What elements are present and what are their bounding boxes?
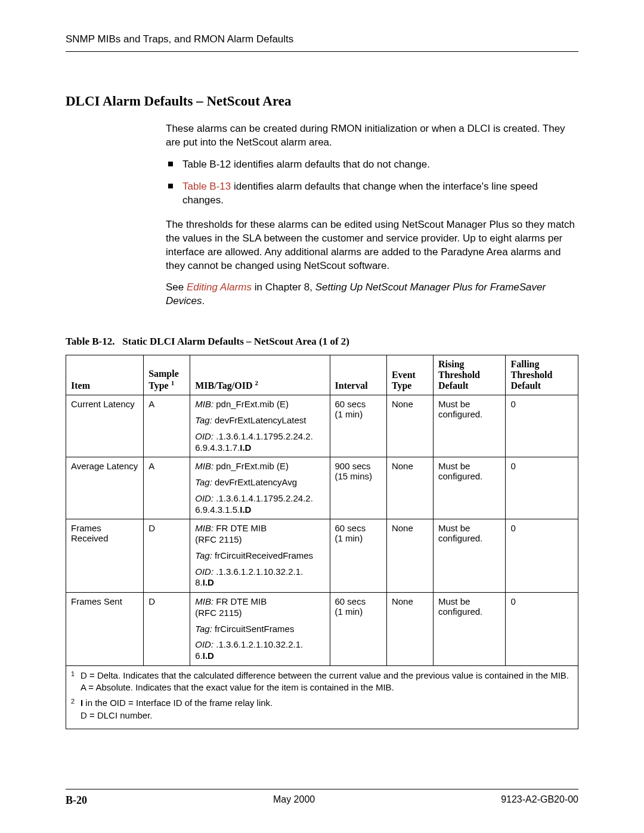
cell-sample: D [144,519,190,593]
cell-falling: 0 [506,457,578,519]
cell-mib: MIB: pdn_FrExt.mib (E)Tag: devFrExtLaten… [190,395,330,457]
th-falling-l3: Default [510,380,541,391]
th-falling-l1: Falling [510,359,539,369]
cell-rising: Must beconfigured. [434,593,506,666]
p3-pre: See [166,281,187,293]
footer-doc-id: 9123-A2-GB20-00 [501,794,578,807]
fn1-num: 1 [71,670,75,679]
intro-p3: See Editing Alarms in Chapter 8, Setting… [166,281,578,308]
cell-mib: MIB: FR DTE MIB(RFC 2115)Tag: frCircuitR… [190,519,330,593]
cell-event: None [386,593,433,666]
footnote-2: 2 I in the OID = Interface ID of the fra… [71,697,573,721]
table-row: Average LatencyAMIB: pdn_FrExt.mib (E)Ta… [66,457,578,519]
cell-rising: Must beconfigured. [434,457,506,519]
th-rising-l1: Rising [438,359,465,369]
cell-interval: 60 secs(1 min) [330,593,386,666]
fn2-l2: D = DLCI number. [80,710,152,720]
th-sample-l1: Sample [148,368,179,379]
footnote-row: 1 D = Delta. Indicates that the calculat… [66,665,578,729]
bullet-2: Table B-13 identifies alarm defaults tha… [166,180,578,208]
caption-prefix: Table B-12. [66,336,115,347]
page-footer: B-20 May 2000 9123-A2-GB20-00 [66,789,578,807]
table-caption: Table B-12. Static DLCI Alarm Defaults –… [66,336,578,348]
bullet-1: Table B-12 identifies alarm defaults tha… [166,158,578,172]
alarm-table: Item Sample Type 1 MIB/Tag/OID 2 Interva… [66,355,578,729]
running-header: SNMP MIBs and Traps, and RMON Alarm Defa… [66,33,578,52]
th-event-l2: Type [392,380,411,391]
table-row: Current LatencyAMIB: pdn_FrExt.mib (E)Ta… [66,395,578,457]
th-sample-sup: 1 [171,379,175,386]
cell-rising: Must beconfigured. [434,395,506,457]
p3-mid: in Chapter 8, [252,281,315,293]
th-mib: MIB/Tag/OID 2 [190,355,330,395]
caption-title: Static DLCI Alarm Defaults – NetScout Ar… [122,336,349,347]
table-b13-link[interactable]: Table B-13 [182,181,231,192]
page: SNMP MIBs and Traps, and RMON Alarm Defa… [0,0,644,833]
table-row: Frames ReceivedDMIB: FR DTE MIB(RFC 2115… [66,519,578,593]
cell-event: None [386,395,433,457]
section-title: DLCI Alarm Defaults – NetScout Area [66,94,578,109]
bullet-2-rest: identifies alarm defaults that change wh… [182,181,538,206]
th-rising: Rising Threshold Default [434,355,506,395]
page-number: B-20 [66,794,87,807]
cell-sample: A [144,457,190,519]
cell-rising: Must beconfigured. [434,519,506,593]
th-mib-pre: MIB/Tag/OID [195,380,255,391]
cell-interval: 60 secs(1 min) [330,395,386,457]
th-falling-l2: Threshold [510,370,552,380]
bullet-list: Table B-12 identifies alarm defaults tha… [166,158,578,208]
table-header-row: Item Sample Type 1 MIB/Tag/OID 2 Interva… [66,355,578,395]
fn1-l1: D = Delta. Indicates that the calculated… [80,670,569,680]
cell-sample: A [144,395,190,457]
cell-item: Frames Sent [66,593,144,666]
th-mib-sup: 2 [255,379,259,386]
fn2-l1: in the OID = Interface ID of the frame r… [83,698,273,708]
fn1-l2: A = Absolute. Indicates that the exact v… [80,682,394,692]
th-rising-l3: Default [438,380,469,391]
cell-item: Current Latency [66,395,144,457]
cell-item: Average Latency [66,457,144,519]
fn2-num: 2 [71,697,75,706]
footnote-1: 1 D = Delta. Indicates that the calculat… [71,670,573,694]
cell-mib: MIB: pdn_FrExt.mib (E)Tag: devFrExtLaten… [190,457,330,519]
th-falling: Falling Threshold Default [506,355,578,395]
cell-interval: 60 secs(1 min) [330,519,386,593]
cell-falling: 0 [506,519,578,593]
cell-falling: 0 [506,593,578,666]
th-rising-l2: Threshold [438,370,480,380]
intro-block: These alarms can be created during RMON … [166,122,578,308]
intro-p1: These alarms can be created during RMON … [166,122,578,150]
th-sample-l2: Type [148,380,171,391]
cell-event: None [386,519,433,593]
th-event: Event Type [386,355,433,395]
editing-alarms-link[interactable]: Editing Alarms [187,281,252,293]
footnotes-cell: 1 D = Delta. Indicates that the calculat… [66,665,578,729]
th-interval: Interval [330,355,386,395]
footer-date: May 2000 [273,794,315,807]
cell-event: None [386,457,433,519]
cell-item: Frames Received [66,519,144,593]
p3-end: . [202,295,205,306]
th-item: Item [66,355,144,395]
intro-p2: The thresholds for these alarms can be e… [166,218,578,273]
th-sample: Sample Type 1 [144,355,190,395]
cell-sample: D [144,593,190,666]
cell-mib: MIB: FR DTE MIB(RFC 2115)Tag: frCircuitS… [190,593,330,666]
th-event-l1: Event [392,370,416,380]
table-row: Frames SentDMIB: FR DTE MIB(RFC 2115)Tag… [66,593,578,666]
cell-interval: 900 secs(15 mins) [330,457,386,519]
cell-falling: 0 [506,395,578,457]
